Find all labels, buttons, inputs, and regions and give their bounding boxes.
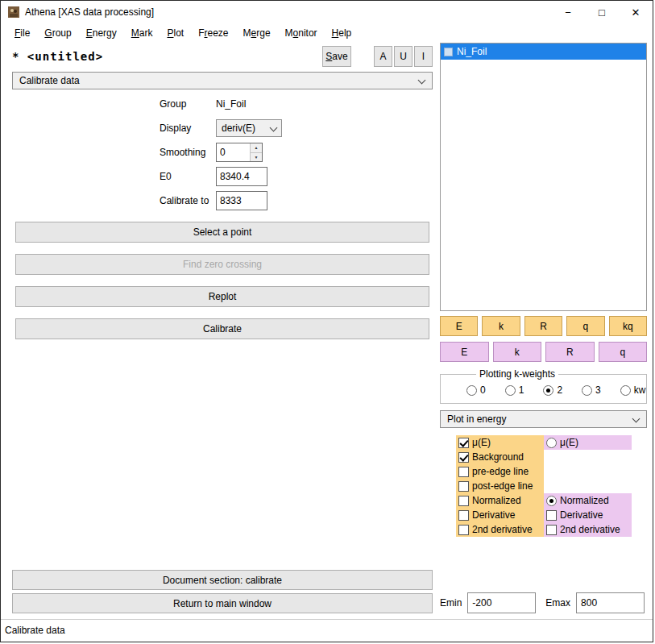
- invert-marks-button[interactable]: I: [414, 46, 433, 67]
- emax-input[interactable]: [576, 592, 645, 613]
- maximize-button[interactable]: □: [585, 1, 619, 23]
- menu-energy[interactable]: Energy: [79, 25, 124, 41]
- group-item-label: Ni_Foil: [457, 46, 487, 57]
- kweights-options: 0 1 2 3 kw: [466, 384, 646, 396]
- close-button[interactable]: ✕: [619, 1, 653, 23]
- marked-groups-plot-buttons: E k R q: [440, 342, 647, 362]
- calibrate-panel: * <untitled> Save A U I Calibrate data G…: [1, 43, 437, 619]
- unmark-all-button[interactable]: U: [394, 46, 412, 67]
- e0-label: E0: [160, 171, 216, 182]
- plot-k-marked-button[interactable]: k: [493, 342, 542, 362]
- kweight-2-radio[interactable]: 2: [543, 384, 562, 396]
- background-checkbox[interactable]: Background: [456, 450, 544, 464]
- menu-bar: File Group Energy Mark Plot Freeze Merge…: [1, 23, 653, 43]
- menu-group[interactable]: Group: [37, 25, 78, 41]
- app-icon: [7, 6, 20, 19]
- smoothing-input[interactable]: [217, 143, 250, 161]
- current-group-plot-buttons: E k R q kq: [440, 316, 647, 336]
- plot-e-marked-button[interactable]: E: [440, 342, 489, 362]
- plot-r-marked-button[interactable]: R: [545, 342, 595, 362]
- plot-e-button[interactable]: E: [440, 316, 478, 336]
- normalized-marked-radio[interactable]: Normalized: [544, 493, 632, 508]
- normalized-checkbox[interactable]: Normalized: [456, 493, 544, 508]
- calibrate-form: Group Ni_Foil Display deriv(E) Smoothing: [160, 94, 433, 215]
- menu-plot[interactable]: Plot: [160, 25, 191, 41]
- display-select[interactable]: deriv(E): [216, 119, 282, 137]
- menu-monitor[interactable]: Monitor: [278, 25, 325, 41]
- plot-options: μ(E) Background pre-edge line post-edge …: [456, 435, 647, 537]
- calibrate-to-input[interactable]: [216, 191, 267, 210]
- mu-checkbox[interactable]: μ(E): [456, 435, 544, 450]
- kweight-3-radio[interactable]: 3: [582, 384, 601, 396]
- derivative-marked-checkbox[interactable]: Derivative: [544, 508, 632, 522]
- panel-selector-value: Calibrate data: [19, 75, 80, 86]
- plot-kq-button[interactable]: kq: [609, 316, 647, 336]
- chevron-down-icon: [270, 124, 278, 132]
- return-main-window-button[interactable]: Return to main window: [12, 593, 433, 613]
- spin-up-icon[interactable]: ▲: [251, 143, 262, 153]
- group-mark-checkbox[interactable]: [444, 48, 453, 56]
- group-label: Group: [160, 98, 216, 110]
- plot-k-button[interactable]: k: [482, 316, 520, 336]
- mark-all-button[interactable]: A: [374, 46, 392, 67]
- spin-down-icon[interactable]: ▼: [251, 153, 262, 162]
- second-derivative-checkbox[interactable]: 2nd derivative: [456, 522, 544, 537]
- panel-selector[interactable]: Calibrate data: [12, 72, 433, 89]
- spacer: [12, 351, 433, 567]
- document-section-button[interactable]: Document section: calibrate: [12, 570, 433, 590]
- display-select-value: deriv(E): [222, 123, 255, 134]
- mu-marked-radio[interactable]: μ(E): [544, 435, 632, 450]
- pre-edge-line-checkbox[interactable]: pre-edge line: [456, 464, 544, 479]
- emin-input[interactable]: [467, 592, 536, 613]
- calibrate-to-row: Calibrate to: [160, 191, 433, 210]
- group-list[interactable]: Ni_Foil: [440, 43, 647, 311]
- menu-help[interactable]: Help: [325, 25, 359, 41]
- project-header: * <untitled> Save A U I: [12, 45, 433, 68]
- group-row: Group Ni_Foil: [160, 94, 433, 114]
- main-content: * <untitled> Save A U I Calibrate data G…: [1, 43, 653, 619]
- find-zero-crossing-button[interactable]: Find zero crossing: [15, 254, 429, 275]
- window-controls: − □ ✕: [551, 1, 653, 23]
- kweights-title: Plotting k-weights: [476, 368, 558, 380]
- save-button[interactable]: Save: [322, 46, 351, 67]
- emin-label: Emin: [440, 597, 462, 609]
- current-group-plot-options: μ(E) Background pre-edge line post-edge …: [456, 435, 544, 537]
- plot-q-button[interactable]: q: [566, 316, 604, 336]
- minimize-button[interactable]: −: [551, 1, 585, 23]
- e0-input[interactable]: [216, 167, 267, 186]
- spacer: [544, 450, 632, 493]
- plot-space-selector[interactable]: Plot in energy: [440, 410, 647, 428]
- status-text: Calibrate data: [5, 625, 65, 636]
- smoothing-spinner: ▲ ▼: [216, 143, 263, 162]
- smoothing-label: Smoothing: [160, 147, 216, 158]
- project-name: * <untitled>: [12, 50, 103, 63]
- group-item-ni-foil[interactable]: Ni_Foil: [441, 44, 646, 60]
- title-bar: Athena [XAS data processing] − □ ✕: [1, 1, 653, 23]
- menu-mark[interactable]: Mark: [124, 25, 160, 41]
- menu-merge[interactable]: Merge: [236, 25, 278, 41]
- replot-button[interactable]: Replot: [15, 286, 429, 307]
- kweight-kw-radio[interactable]: kw: [620, 384, 646, 396]
- kweight-0-radio[interactable]: 0: [466, 384, 486, 396]
- chevron-down-icon: [418, 77, 426, 85]
- plot-r-button[interactable]: R: [524, 316, 562, 336]
- energy-range: Emin Emax: [440, 592, 647, 613]
- calibrate-to-label: Calibrate to: [160, 195, 216, 206]
- e0-row: E0: [160, 167, 433, 186]
- derivative-checkbox[interactable]: Derivative: [456, 508, 544, 522]
- kweight-1-radio[interactable]: 1: [505, 384, 524, 396]
- marked-groups-plot-options: μ(E) Normalized Derivative 2nd derivativ…: [544, 435, 632, 537]
- select-a-point-button[interactable]: Select a point: [15, 222, 429, 243]
- header-buttons: Save A U I: [322, 46, 433, 67]
- spinner-buttons: ▲ ▼: [250, 143, 262, 161]
- plot-q-marked-button[interactable]: q: [599, 342, 648, 362]
- menu-file[interactable]: File: [7, 25, 37, 41]
- plot-panel: Ni_Foil E k R q kq E k R q Plotting k-we…: [437, 43, 653, 619]
- emax-label: Emax: [545, 597, 570, 609]
- marked-groups-lower-options: Normalized Derivative 2nd derivative: [544, 493, 632, 537]
- second-derivative-marked-checkbox[interactable]: 2nd derivative: [544, 522, 632, 537]
- kweights-frame: Plotting k-weights 0 1 2 3 kw: [440, 368, 647, 404]
- post-edge-line-checkbox[interactable]: post-edge line: [456, 479, 544, 493]
- calibrate-button[interactable]: Calibrate: [15, 318, 429, 339]
- menu-freeze[interactable]: Freeze: [191, 25, 235, 41]
